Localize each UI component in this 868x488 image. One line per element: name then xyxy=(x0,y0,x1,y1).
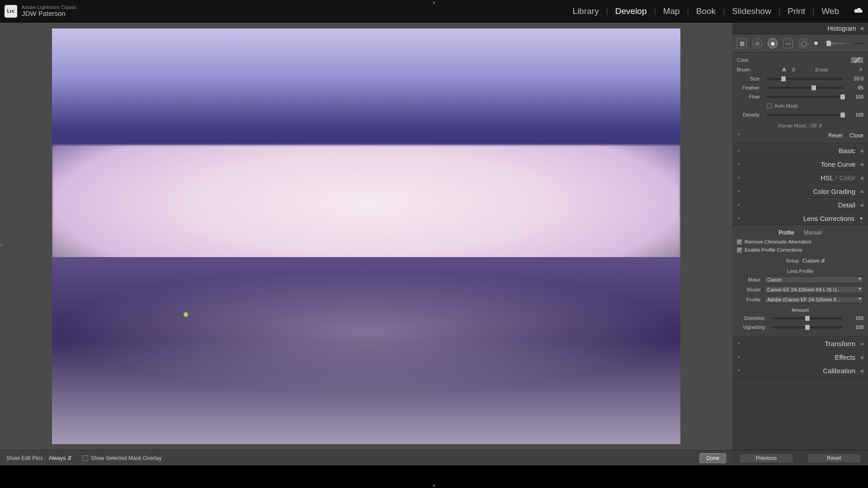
app-logo: Lrc xyxy=(5,5,17,18)
brush-a-option[interactable]: A xyxy=(783,67,786,72)
basic-label: Basic xyxy=(839,147,855,155)
show-edit-pins-dropdown[interactable]: Always ⇵ xyxy=(48,455,71,461)
previous-button[interactable]: Previous xyxy=(739,453,793,463)
redeye-tool-icon[interactable]: ◉ xyxy=(768,38,778,48)
panel-dock-icon[interactable] xyxy=(737,132,741,136)
distortion-label: Distortion xyxy=(737,315,769,321)
color-grading-label: Color Grading xyxy=(813,188,855,195)
module-print[interactable]: Print xyxy=(781,6,811,16)
chevron-left-icon: ◀ xyxy=(860,355,863,360)
spot-removal-tool-icon[interactable]: ◎ xyxy=(752,38,762,48)
brush-color-swatch[interactable] xyxy=(851,57,863,63)
chevron-left-icon: ◀ xyxy=(860,175,863,180)
crop-tool-icon[interactable]: ▦ xyxy=(737,38,747,48)
module-slideshow[interactable]: Slideshow xyxy=(726,6,778,16)
vignetting-slider[interactable] xyxy=(772,326,843,328)
mask-overlay-checkbox[interactable] xyxy=(83,455,88,461)
panel-handle-bottom-icon[interactable]: ▲ xyxy=(432,483,436,488)
show-edit-pins-label: Show Edit Pins : xyxy=(6,455,46,461)
lens-profile-dropdown[interactable]: Adobe (Canon EF 24-105mm f/... xyxy=(764,296,863,303)
flow-value[interactable]: 100 xyxy=(846,94,863,99)
chevron-left-icon: ◀ xyxy=(860,26,863,31)
radial-filter-tool-icon[interactable]: ◯ xyxy=(798,38,808,48)
histogram-label: Histogram xyxy=(827,25,856,32)
calibration-panel-header[interactable]: Calibration◀ xyxy=(732,364,868,377)
setup-label: Setup xyxy=(775,258,802,263)
vignetting-value[interactable]: 100 xyxy=(846,324,863,330)
density-slider[interactable] xyxy=(767,114,843,116)
range-mask-dropdown[interactable]: Range Mask : Off ⇵ xyxy=(737,119,863,131)
brush-close-button[interactable]: Close xyxy=(849,132,863,139)
chevron-left-icon: ◀ xyxy=(860,148,863,153)
reset-button[interactable]: Reset xyxy=(807,453,861,463)
module-web[interactable]: Web xyxy=(815,6,845,16)
lens-profile-subheader: Lens Profile xyxy=(737,268,863,274)
image-canvas[interactable] xyxy=(0,23,732,450)
preview-image[interactable] xyxy=(52,28,680,444)
setup-dropdown[interactable]: Custom ⇵ xyxy=(802,258,825,264)
module-book[interactable]: Book xyxy=(690,6,722,16)
tone-curve-panel-header[interactable]: Tone Curve◀ xyxy=(732,157,868,171)
cloud-sync-icon[interactable] xyxy=(854,7,863,16)
lens-manual-tab[interactable]: Manual xyxy=(804,230,821,236)
remove-ca-label: Remove Chromatic Aberration xyxy=(745,239,811,244)
lens-model-label: Model xyxy=(737,287,764,292)
histogram-header[interactable]: Histogram ◀ xyxy=(732,23,868,34)
feather-label: Feather xyxy=(737,85,763,90)
lens-profile-tab[interactable]: Profile xyxy=(778,230,794,236)
module-develop[interactable]: Develop xyxy=(609,6,653,16)
size-slider[interactable] xyxy=(767,78,843,80)
feather-value[interactable]: 85 xyxy=(846,85,863,90)
transform-label: Transform xyxy=(825,340,855,347)
density-value[interactable]: 100 xyxy=(846,112,863,117)
lens-model-dropdown[interactable]: Canon EF 24-105mm f/4 L IS U... xyxy=(764,286,863,293)
adjustment-brush-tool-icon[interactable]: ✺ xyxy=(814,40,818,47)
lens-make-dropdown[interactable]: Canon xyxy=(764,276,863,283)
size-value[interactable]: 20.0 xyxy=(846,76,863,81)
auto-mask-label: Auto Mask xyxy=(774,103,798,108)
identity-plate[interactable]: JDW Paterson xyxy=(22,10,77,18)
flow-slider[interactable] xyxy=(767,96,843,98)
tone-curve-label: Tone Curve xyxy=(821,160,855,168)
exposure-mini-slider[interactable] xyxy=(826,42,863,44)
brush-color-label: Color xyxy=(737,57,749,63)
distortion-value[interactable]: 100 xyxy=(846,315,863,321)
chevron-down-icon: ▼ xyxy=(859,216,863,221)
feather-slider[interactable] xyxy=(767,87,843,89)
detail-panel-header[interactable]: Detail◀ xyxy=(732,198,868,211)
done-button[interactable]: Done xyxy=(699,453,726,463)
lens-profile-label: Profile xyxy=(737,297,764,302)
size-label: Size xyxy=(737,76,763,81)
color-grading-panel-header[interactable]: Color Grading◀ xyxy=(732,184,868,198)
effects-panel-header[interactable]: Effects◀ xyxy=(732,350,868,364)
brush-settings-panel: Color Brush : A B Erase ▼ Size 20.0 Feat… xyxy=(732,52,868,144)
basic-panel-header[interactable]: Basic◀ xyxy=(732,144,868,157)
transform-panel-header[interactable]: Transform◀ xyxy=(732,337,868,350)
local-adjustment-toolstrip: ▦ ◎ ◉ ▭ ◯ ✺ xyxy=(732,34,868,52)
hsl-color-panel-header[interactable]: HSL / Color◀ xyxy=(732,171,868,184)
adjustment-pin[interactable] xyxy=(183,312,189,317)
remove-ca-checkbox[interactable] xyxy=(737,239,742,244)
brush-b-option[interactable]: B xyxy=(792,67,795,72)
lens-make-label: Make xyxy=(737,277,764,282)
lens-corrections-panel-header[interactable]: Lens Corrections▼ xyxy=(732,211,868,225)
chevron-left-icon: ◀ xyxy=(860,341,863,346)
panel-handle-top-icon[interactable]: ▼ xyxy=(432,0,436,5)
mask-overlay-label: Show Selected Mask Overlay xyxy=(91,455,162,461)
auto-mask-checkbox[interactable] xyxy=(767,103,772,108)
canvas-toolbar: Show Edit Pins : Always ⇵ Show Selected … xyxy=(0,450,732,465)
detail-label: Detail xyxy=(838,201,855,209)
chevron-left-icon: ◀ xyxy=(860,202,863,207)
module-picker: Library| Develop| Map| Book| Slideshow| … xyxy=(566,6,863,16)
enable-profile-checkbox[interactable] xyxy=(737,248,742,253)
distortion-slider[interactable] xyxy=(772,317,843,319)
brush-reset-button[interactable]: Reset xyxy=(828,132,842,139)
module-library[interactable]: Library xyxy=(566,6,605,16)
brush-erase-option[interactable]: Erase xyxy=(815,67,828,72)
chevron-down-icon[interactable]: ▼ xyxy=(858,66,863,73)
enable-profile-label: Enable Profile Corrections xyxy=(745,247,802,253)
graduated-filter-tool-icon[interactable]: ▭ xyxy=(783,38,793,48)
module-map[interactable]: Map xyxy=(657,6,686,16)
amount-subheader: Amount xyxy=(737,307,863,313)
chevron-left-icon: ◀ xyxy=(860,189,863,194)
